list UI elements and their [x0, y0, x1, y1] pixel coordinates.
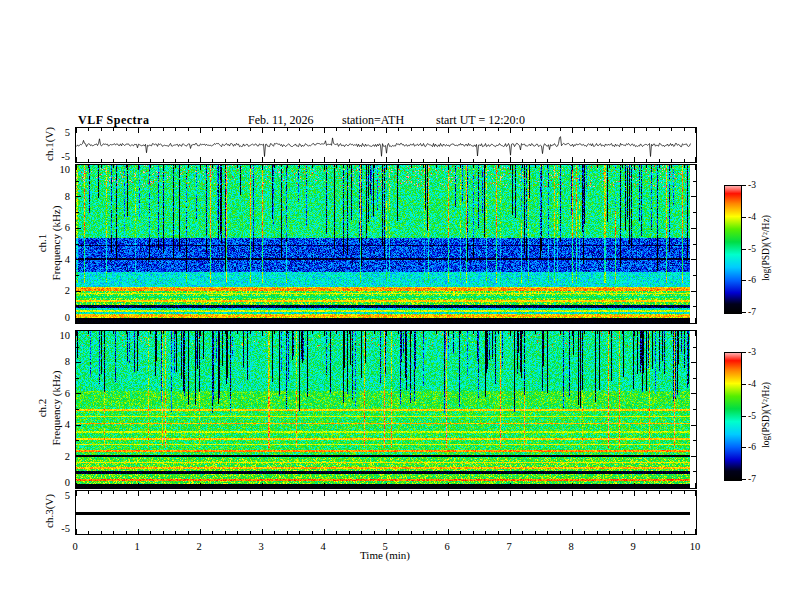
- ch1-spec-y-tick-label: 10: [60, 164, 71, 175]
- ch2-channel-axis-label: ch.2: [36, 399, 48, 418]
- colorbar-ch1-tick-label: -3: [748, 180, 756, 190]
- x-tick-label: 4: [320, 541, 325, 552]
- station-label: station=ATH: [342, 113, 404, 128]
- colorbar-ch2-tick-label: -5: [748, 411, 756, 421]
- start-ut-label: start UT = 12:20:0: [436, 113, 525, 128]
- ch1-spectrogram-panel: [75, 164, 697, 324]
- colorbar-ch1-tick: [742, 249, 746, 250]
- ch1-waveform-canvas: [76, 128, 696, 162]
- ch2-spec-y-tick-label: 8: [65, 356, 70, 367]
- x-tick-label: 1: [134, 541, 139, 552]
- ch1-wave-y-tick-label: 5: [65, 127, 70, 138]
- ch2-spectrogram-canvas: [76, 331, 696, 488]
- colorbar2-axis-label: log(PSD)(V²/Hz): [761, 382, 771, 448]
- ch1-spec-y-tick-label: 4: [65, 253, 70, 264]
- colorbar-ch2-tick: [742, 416, 746, 417]
- ch2-frequency-axis-label: Frequency (kHz): [50, 371, 62, 446]
- colorbar-ch2-tick: [742, 352, 746, 353]
- ch1-waveform-panel: [75, 127, 697, 163]
- ch3-wave-y-tick-label: -5: [61, 523, 70, 534]
- ch1-frequency-axis-label: Frequency (kHz): [50, 206, 62, 281]
- ch2-spec-y-tick-label: 6: [65, 387, 70, 398]
- ch1-wave-y-tick-label: -5: [61, 151, 70, 162]
- ch1-spec-y-tick-label: 2: [65, 285, 70, 296]
- colorbar-ch2-tick-label: -6: [748, 442, 756, 452]
- colorbar-ch1: [724, 185, 742, 314]
- ch2-spectrogram-panel: [75, 330, 697, 489]
- vlf-spectra-figure: VLF Spectra Feb. 11, 2026 station=ATH st…: [0, 0, 792, 612]
- ch3-voltage-axis-label: ch.3(V): [43, 494, 55, 528]
- x-tick-label: 6: [444, 541, 449, 552]
- plot-date: Feb. 11, 2026: [248, 113, 314, 128]
- colorbar-ch1-tick-label: -7: [748, 307, 756, 317]
- x-tick-label: 9: [630, 541, 635, 552]
- ch3-waveform-canvas: [76, 491, 696, 534]
- ch2-spec-y-tick-label: 10: [60, 330, 71, 341]
- x-tick-label: 0: [72, 541, 77, 552]
- colorbar-ch2: [724, 352, 742, 481]
- ch2-spec-y-tick-label: 0: [65, 477, 70, 488]
- ch1-spec-y-tick-label: 6: [65, 222, 70, 233]
- colorbar-ch1-tick-label: -5: [748, 244, 756, 254]
- ch3-wave-y-tick-label: 5: [65, 490, 70, 501]
- ch2-spec-y-tick-label: 4: [65, 419, 70, 430]
- colorbar-ch2-tick: [742, 447, 746, 448]
- ch1-spec-y-tick-label: 8: [65, 190, 70, 201]
- ch3-waveform-panel: [75, 490, 697, 535]
- ch2-spec-y-tick-label: 2: [65, 450, 70, 461]
- ch1-spec-y-tick-label: 0: [65, 312, 70, 323]
- colorbar-ch1-tick: [742, 217, 746, 218]
- colorbar-ch2-tick: [742, 384, 746, 385]
- x-tick-label: 8: [568, 541, 573, 552]
- ch1-spectrogram-canvas: [76, 165, 696, 323]
- x-tick-label: 10: [690, 541, 701, 552]
- x-tick-label: 7: [506, 541, 511, 552]
- colorbar-ch1-tick-label: -4: [748, 212, 756, 222]
- colorbar-ch1-tick-label: -6: [748, 275, 756, 285]
- colorbar-ch1-tick: [742, 185, 746, 186]
- colorbar-ch2-tick: [742, 479, 746, 480]
- x-tick-label: 3: [258, 541, 263, 552]
- x-tick-label: 5: [382, 541, 387, 552]
- x-tick-label: 2: [196, 541, 201, 552]
- colorbar-ch1-tick: [742, 312, 746, 313]
- colorbar-ch2-tick-label: -4: [748, 379, 756, 389]
- colorbar-ch1-tick: [742, 280, 746, 281]
- colorbar-ch2-tick-label: -3: [748, 347, 756, 357]
- plot-title: VLF Spectra: [78, 113, 149, 128]
- ch1-voltage-axis-label: ch.1(V): [43, 127, 55, 161]
- ch1-channel-axis-label: ch.1: [36, 234, 48, 253]
- colorbar1-axis-label: log(PSD)(V²/Hz): [761, 215, 771, 281]
- colorbar-ch2-tick-label: -7: [748, 474, 756, 484]
